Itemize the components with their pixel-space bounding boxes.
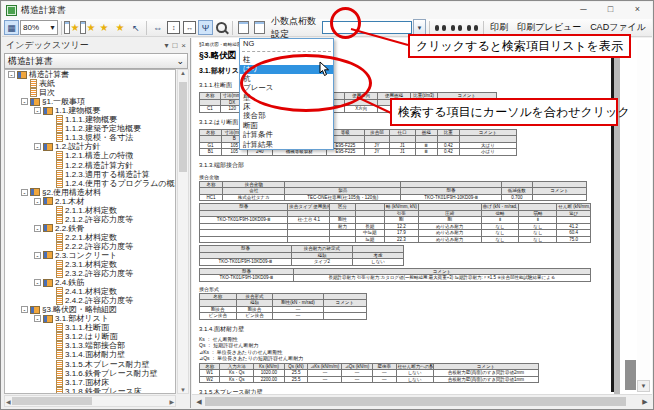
find-button[interactable]	[433, 20, 448, 35]
page-icon	[56, 115, 63, 124]
expander-icon[interactable]: -	[34, 315, 41, 322]
zoom-page-out-button[interactable]: ★	[80, 20, 95, 35]
zoom-page-in-button[interactable]: ★	[64, 20, 79, 35]
expander-icon[interactable]: -	[34, 198, 41, 205]
book-icon	[30, 306, 40, 314]
scroll-down-icon[interactable]: ▼	[180, 387, 186, 393]
cad-file-button[interactable]: CADファイル	[586, 21, 650, 34]
tree-item[interactable]: 2.1.2.許容応力度等	[5, 215, 175, 224]
mouse-cursor-icon	[319, 61, 331, 77]
tree-item[interactable]: 目次	[5, 88, 175, 97]
callout-open-list: クリックすると検索項目リストを表示	[408, 34, 631, 58]
find-previous-button[interactable]	[449, 20, 464, 35]
doc-hscroll-thumb[interactable]	[205, 397, 626, 406]
pin-icon[interactable]: □	[172, 41, 177, 50]
tree-hscroll-thumb[interactable]	[12, 397, 92, 405]
doc-table: 名称接合形式種類剛性(kN・m/rad)コメント剛接合剛接合―ピン接合ピン接合―	[199, 293, 367, 320]
chevron-down-icon: ▾	[51, 23, 55, 32]
doc-horizontal-scrollbar[interactable]: ◀ ▶	[192, 394, 652, 408]
doc-table: 型番接合タイプ 使用箇所区分軸 (kN/mm, kN)曲げ (kN・m/rad,…	[199, 203, 591, 243]
select-arrow-button[interactable]: ↖	[128, 20, 143, 35]
page-icon	[56, 332, 63, 341]
expander-icon[interactable]: -	[21, 189, 28, 196]
zoom-window-button[interactable]: ★	[96, 20, 111, 35]
scroll-right-icon[interactable]: ▶	[169, 398, 174, 405]
dropdown-item[interactable]: 断面	[240, 121, 333, 130]
scroll-left-icon[interactable]: ◀	[6, 398, 11, 405]
expander-icon[interactable]: -	[34, 107, 41, 114]
dropdown-item[interactable]: 計算条件	[240, 131, 333, 140]
index-tree: -構造計算書表紙目次-§1.一般事項-1.1.建物概要1.1.1.建物概要1.1…	[4, 69, 176, 394]
dropdown-item[interactable]: NG	[240, 39, 333, 48]
tree-item[interactable]: 2.3.2.許容応力度等	[5, 269, 175, 278]
doc-scroll-down-button[interactable]: ▼	[637, 380, 650, 392]
page-icon	[56, 151, 63, 160]
dropdown-item[interactable]: 計算結果	[240, 140, 333, 149]
book-icon	[30, 98, 40, 106]
page-icon	[56, 206, 63, 215]
zoom-level-combo[interactable]: 80%▾	[20, 20, 58, 35]
callout-click-item: 検索する項目にカーソルを合わせクリック	[390, 98, 618, 126]
doc-vscroll-thumb[interactable]	[625, 360, 636, 390]
dropdown-item[interactable]: 接合部	[240, 112, 333, 121]
index-tree-pane: インデックスツリー ▾ □ × 構造計算書 ⌄ -構造計算書表紙目次-§1.一般…	[2, 38, 191, 408]
page-icon	[56, 124, 63, 133]
fit-width-icon: ↔	[183, 21, 196, 34]
close-button[interactable]: ×	[624, 1, 651, 17]
window-title: 構造計算書	[21, 4, 66, 17]
pane-close-icon[interactable]: ×	[181, 41, 186, 50]
title-bar: 構造計算書	[2, 2, 652, 19]
tree-vscroll-thumb[interactable]	[179, 82, 187, 172]
zoom-level-value: 80%	[23, 23, 39, 32]
pane-menu-icon[interactable]: ▾	[164, 41, 168, 50]
find-next-button[interactable]	[465, 20, 480, 35]
book-icon	[43, 107, 53, 115]
fit-height-button[interactable]: ↕	[166, 20, 181, 35]
pane-toggle-button[interactable]: ▦	[4, 20, 19, 35]
fit-page-button[interactable]: ⇔	[150, 20, 165, 35]
scroll-up-icon[interactable]: ▲	[180, 70, 186, 76]
tree-item[interactable]: -§2.使用構造材料	[5, 188, 175, 197]
tree-item[interactable]: -構造計算書	[5, 70, 175, 79]
zoom-tool-button[interactable]	[214, 20, 229, 35]
doc-vertical-scrollbar[interactable]	[637, 40, 650, 392]
fit-width-button[interactable]: ↔	[182, 20, 197, 35]
expander-icon[interactable]: -	[21, 98, 28, 105]
doc-label: 接合形式	[199, 286, 605, 292]
expander-icon[interactable]: -	[8, 71, 15, 78]
page-setup-button[interactable]	[236, 20, 251, 35]
book-icon	[43, 279, 53, 287]
hand-tool-button[interactable]: Ψ	[198, 20, 213, 35]
binoculars-icon	[435, 24, 446, 32]
page-icon	[56, 323, 63, 332]
maximize-button[interactable]: □	[597, 1, 624, 17]
book-icon	[43, 224, 53, 232]
page-edit-button[interactable]	[252, 20, 267, 35]
expander-icon[interactable]: -	[34, 143, 41, 150]
page-icon	[56, 170, 63, 179]
legend: Ks ： せん断剛性Qs ： 短期許容せん断耐力⊿Ks ： 単位長さあたりのせん…	[199, 336, 605, 362]
expander-icon[interactable]: -	[21, 306, 28, 313]
minimize-button[interactable]: ─	[570, 1, 597, 17]
expander-icon[interactable]: -	[34, 279, 41, 286]
annotation-ellipse	[240, 54, 372, 112]
star-icon: ★	[99, 22, 108, 33]
page-icon	[56, 233, 63, 242]
binoculars-icon	[467, 24, 478, 32]
print-preview-button[interactable]: 印刷プレビュー	[513, 21, 585, 34]
doc-table: 型番接合耐力の確定式種類考慮TKO-TK01/F9H-10KD09-Ⅲタイプ2し…	[199, 245, 404, 266]
zoom-dynamic-button[interactable]: ★	[112, 20, 127, 35]
book-icon	[43, 143, 53, 151]
scroll-right-icon[interactable]: ▶	[639, 396, 651, 407]
print-button[interactable]: 印刷	[486, 21, 512, 34]
tree-item[interactable]: 3.1.8.鉄骨ブレース床	[5, 387, 175, 394]
fit-height-icon: ↕	[167, 21, 180, 34]
expander-icon[interactable]: -	[34, 225, 41, 232]
scroll-left-icon[interactable]: ◀	[193, 396, 205, 407]
annotation-circle	[330, 7, 361, 39]
document-combo[interactable]: 構造計算書 ⌄	[4, 53, 188, 69]
tree-item[interactable]: 表紙	[5, 79, 175, 88]
expander-icon[interactable]: -	[34, 252, 41, 259]
page-icon	[56, 341, 63, 350]
doc-table: 名称接合金物会社製品型番低減係数コメントHC1株式会社タナカTEC-ONE柱専用…	[199, 181, 587, 202]
